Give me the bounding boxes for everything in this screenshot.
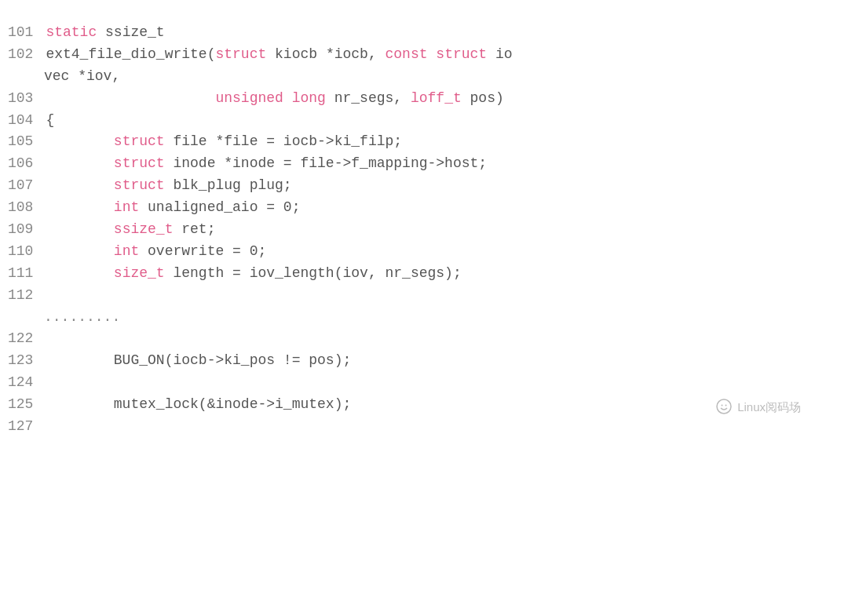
line-number: 110 <box>0 241 42 263</box>
code-line: 108 int unaligned_aio = 0; <box>0 197 848 219</box>
code-line: 109 ssize_t ret; <box>0 219 848 241</box>
line-content: size_t length = iov_length(iov, nr_segs)… <box>42 263 848 285</box>
line-content: int overwrite = 0; <box>42 241 848 263</box>
line-content: BUG_ON(iocb->ki_pos != pos); <box>42 350 848 372</box>
code-line: 124 <box>0 372 848 394</box>
code-line: 125 mutex_lock(&inode->i_mutex);Linux阅码场 <box>0 394 848 416</box>
line-content <box>42 416 848 438</box>
line-content: ext4_file_dio_write(struct kiocb *iocb, … <box>42 44 848 66</box>
code-line: 123 BUG_ON(iocb->ki_pos != pos); <box>0 350 848 372</box>
line-content <box>42 372 848 394</box>
line-content: int unaligned_aio = 0; <box>42 197 848 219</box>
code-line: 112 <box>0 285 848 307</box>
line-number: 111 <box>0 263 42 285</box>
code-line: 111 size_t length = iov_length(iov, nr_s… <box>0 263 848 285</box>
line-number: 125 <box>0 394 42 416</box>
code-line: 107 struct blk_plug plug; <box>0 175 848 197</box>
line-content: ssize_t ret; <box>42 219 848 241</box>
line-content: struct blk_plug plug; <box>42 175 848 197</box>
line-number: 124 <box>0 372 42 394</box>
line-number: 122 <box>0 328 42 350</box>
line-number: 107 <box>0 175 42 197</box>
svg-point-2 <box>726 405 727 406</box>
line-number: 127 <box>0 416 42 438</box>
code-line: 127 <box>0 416 848 438</box>
line-content: vec *iov, <box>41 66 848 88</box>
line-number: 104 <box>0 110 42 132</box>
code-line: 105 struct file *file = iocb->ki_filp; <box>0 131 848 153</box>
line-number: 101 <box>0 22 42 44</box>
line-content: struct inode *inode = file->f_mapping->h… <box>42 153 848 175</box>
line-content: unsigned long nr_segs, loff_t pos) <box>42 88 848 110</box>
code-line: 106 struct inode *inode = file->f_mappin… <box>0 153 848 175</box>
line-number: 105 <box>0 131 42 153</box>
code-line: 122 <box>0 328 848 350</box>
line-content <box>42 328 848 350</box>
code-line: 102ext4_file_dio_write(struct kiocb *ioc… <box>0 44 848 66</box>
line-number: 106 <box>0 153 42 175</box>
code-viewer: 101static ssize_t102ext4_file_dio_write(… <box>0 14 848 446</box>
line-number: 103 <box>0 88 42 110</box>
line-number: 102 <box>0 44 42 66</box>
svg-point-0 <box>717 399 731 414</box>
line-content: { <box>42 110 848 132</box>
code-line: ......... <box>0 307 848 329</box>
code-line: 110 int overwrite = 0; <box>0 241 848 263</box>
line-content: ......... <box>41 307 848 329</box>
line-number: 123 <box>0 350 42 372</box>
line-number: 108 <box>0 197 42 219</box>
code-line: 104{ <box>0 110 848 132</box>
code-line: 103 unsigned long nr_segs, loff_t pos) <box>0 88 848 110</box>
line-content: static ssize_t <box>42 22 848 44</box>
line-number: 112 <box>0 285 42 307</box>
code-line: vec *iov, <box>0 66 848 88</box>
watermark-label: Linux阅码场 <box>715 398 801 416</box>
line-content <box>42 285 848 307</box>
line-content: struct file *file = iocb->ki_filp; <box>42 131 848 153</box>
code-line: 101static ssize_t <box>0 22 848 44</box>
line-number: 109 <box>0 219 42 241</box>
svg-point-1 <box>722 405 723 406</box>
